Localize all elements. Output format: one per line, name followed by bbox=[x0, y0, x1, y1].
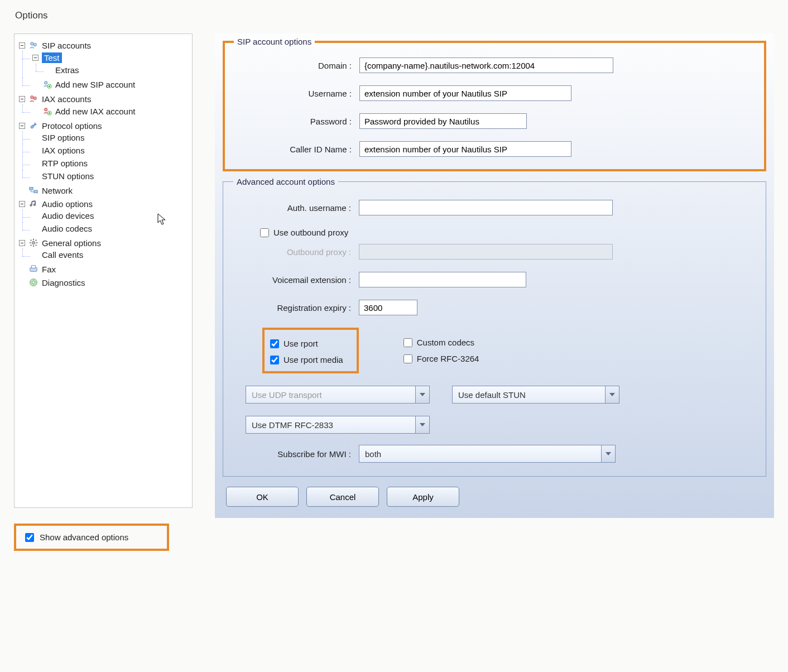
tree-extras[interactable]: Extras bbox=[45, 65, 189, 75]
transport-select-value: Use UDP transport bbox=[246, 386, 430, 404]
advanced-account-options-box: Advanced account options Auth. username … bbox=[223, 177, 766, 477]
collapse-icon[interactable] bbox=[19, 240, 25, 246]
subscribe-mwi-label: Subscribe for MWI : bbox=[233, 449, 359, 459]
tree-protocol-options[interactable]: Protocol options bbox=[18, 120, 189, 131]
svg-point-2 bbox=[45, 81, 47, 84]
stun-select-value: Use default STUN bbox=[452, 386, 619, 404]
diagnostics-icon bbox=[28, 277, 39, 287]
callerid-label: Caller ID Name : bbox=[234, 145, 359, 154]
reg-expiry-input[interactable] bbox=[359, 300, 417, 315]
svg-point-0 bbox=[31, 42, 33, 45]
tree-test[interactable]: Test bbox=[31, 52, 189, 64]
auth-username-label: Auth. username : bbox=[233, 203, 359, 213]
sip-legend: SIP account options bbox=[234, 37, 315, 46]
tree-audio-options[interactable]: Audio options bbox=[18, 198, 189, 209]
voicemail-ext-input[interactable] bbox=[359, 272, 526, 287]
use-rport-media-checkbox[interactable] bbox=[270, 356, 279, 364]
cancel-button[interactable]: Cancel bbox=[306, 487, 379, 507]
tree-network[interactable]: Network bbox=[18, 185, 189, 196]
svg-point-22 bbox=[32, 281, 35, 284]
use-rport-checkbox[interactable] bbox=[270, 339, 279, 348]
chevron-down-icon[interactable] bbox=[605, 386, 619, 404]
chevron-down-icon[interactable] bbox=[415, 416, 430, 434]
sip-account-options-box: SIP account options Domain : Username : … bbox=[223, 37, 766, 171]
users-icon bbox=[28, 40, 39, 50]
tree-add-sip[interactable]: Add new SIP account bbox=[31, 79, 189, 90]
custom-codecs-checkbox[interactable] bbox=[403, 338, 412, 347]
rport-highlight-box: Use rport Use rport media bbox=[262, 328, 359, 373]
tree-diagnostics[interactable]: Diagnostics bbox=[18, 277, 189, 288]
reg-expiry-label: Registration expiry : bbox=[233, 303, 359, 313]
tree-audio-devices[interactable]: Audio devices bbox=[31, 210, 189, 221]
tree-label: Call events bbox=[42, 250, 83, 260]
tree-label: Audio devices bbox=[42, 211, 94, 220]
password-input[interactable] bbox=[359, 113, 527, 129]
tree-label: SIP accounts bbox=[42, 41, 91, 50]
use-outbound-proxy-checkbox[interactable] bbox=[260, 228, 269, 237]
svg-rect-8 bbox=[30, 188, 33, 190]
collapse-icon[interactable] bbox=[19, 42, 25, 49]
tree-label: Diagnostics bbox=[42, 278, 85, 287]
force-rfc-checkbox[interactable] bbox=[403, 354, 412, 363]
username-input[interactable] bbox=[359, 85, 571, 101]
domain-input[interactable] bbox=[359, 57, 613, 73]
wrench-icon bbox=[28, 121, 39, 131]
subscribe-mwi-select[interactable]: both bbox=[359, 445, 616, 463]
chevron-down-icon[interactable] bbox=[601, 445, 616, 463]
tree-call-events[interactable]: Call events bbox=[31, 249, 189, 260]
svg-line-16 bbox=[36, 245, 37, 246]
add-user-red-icon bbox=[42, 106, 52, 116]
collapse-icon[interactable] bbox=[32, 55, 39, 61]
svg-point-10 bbox=[32, 241, 35, 244]
tree-stun-options[interactable]: STUN options bbox=[31, 171, 189, 181]
apply-button[interactable]: Apply bbox=[387, 487, 459, 507]
tree-label: Add new SIP account bbox=[55, 80, 135, 89]
audio-icon bbox=[28, 199, 39, 209]
network-icon bbox=[28, 185, 39, 195]
tree-audio-codecs[interactable]: Audio codecs bbox=[31, 223, 189, 234]
tree-iax-options[interactable]: IAX options bbox=[31, 145, 189, 156]
tree-general-options[interactable]: General options bbox=[18, 237, 189, 248]
use-outbound-proxy-label: Use outbound proxy bbox=[273, 228, 348, 237]
tree-iax-accounts[interactable]: IAX accounts bbox=[18, 93, 189, 104]
svg-point-6 bbox=[45, 108, 47, 111]
tree-label: STUN options bbox=[42, 171, 94, 181]
show-advanced-box: Show advanced options bbox=[14, 524, 169, 551]
transport-select[interactable]: Use UDP transport bbox=[246, 386, 430, 404]
callerid-input[interactable] bbox=[359, 141, 571, 157]
ok-button[interactable]: OK bbox=[226, 487, 299, 507]
tree-label-selected: Test bbox=[42, 52, 62, 63]
svg-line-18 bbox=[31, 245, 32, 246]
outbound-proxy-input bbox=[359, 244, 613, 260]
tree-rtp-options[interactable]: RTP options bbox=[31, 158, 189, 169]
custom-codecs-label: Custom codecs bbox=[417, 338, 474, 347]
username-label: Username : bbox=[234, 89, 359, 98]
password-label: Password : bbox=[234, 117, 359, 126]
gear-icon bbox=[28, 238, 39, 248]
stun-select[interactable]: Use default STUN bbox=[452, 386, 619, 404]
chevron-down-icon[interactable] bbox=[415, 386, 430, 404]
collapse-icon[interactable] bbox=[19, 96, 25, 102]
tree-label: Add new IAX account bbox=[55, 107, 135, 116]
collapse-icon[interactable] bbox=[19, 201, 25, 207]
show-advanced-checkbox[interactable] bbox=[25, 533, 34, 542]
collapse-icon[interactable] bbox=[19, 123, 25, 129]
auth-username-input[interactable] bbox=[359, 200, 613, 215]
tree-add-iax[interactable]: Add new IAX account bbox=[31, 105, 189, 117]
nav-tree-panel: SIP accounts Test bbox=[14, 33, 193, 508]
svg-point-5 bbox=[33, 97, 36, 99]
show-advanced-label: Show advanced options bbox=[40, 532, 128, 542]
use-rport-label: Use rport bbox=[284, 339, 318, 348]
domain-label: Domain : bbox=[234, 61, 359, 70]
dtmf-select-value: Use DTMF RFC-2833 bbox=[246, 416, 430, 434]
tree-label: Audio codecs bbox=[42, 224, 92, 233]
voicemail-ext-label: Voicemail extension : bbox=[233, 275, 359, 285]
svg-line-17 bbox=[36, 240, 37, 241]
tree-sip-accounts[interactable]: SIP accounts bbox=[18, 40, 189, 51]
svg-point-1 bbox=[33, 43, 36, 46]
dtmf-select[interactable]: Use DTMF RFC-2833 bbox=[246, 416, 430, 434]
outbound-proxy-label: Outbound proxy : bbox=[233, 247, 359, 257]
advanced-legend: Advanced account options bbox=[233, 177, 338, 186]
tree-sip-options[interactable]: SIP options bbox=[31, 132, 189, 143]
tree-fax[interactable]: Fax bbox=[18, 263, 189, 275]
